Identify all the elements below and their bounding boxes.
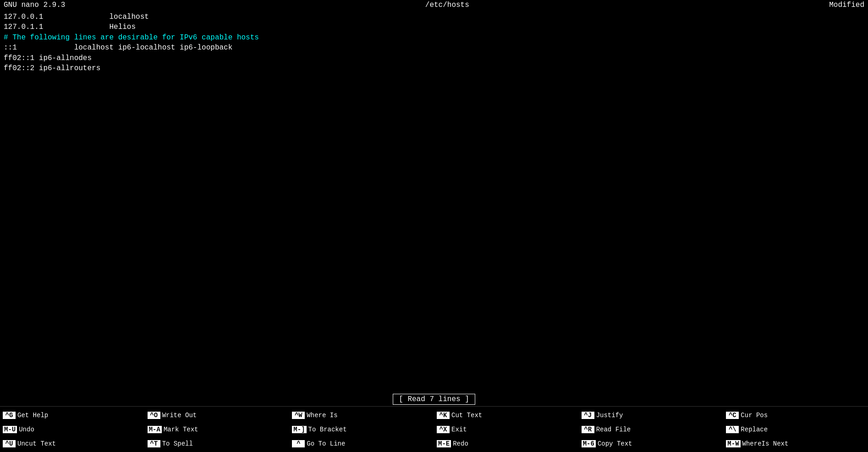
shortcut-key: ^R — [582, 426, 594, 433]
shortcut-key: ^K — [437, 412, 450, 419]
shortcut-item[interactable]: ^WWhere Is — [289, 408, 434, 422]
shortcut-item[interactable]: ^\Replace — [723, 423, 868, 436]
shortcut-key: M-W — [726, 440, 740, 447]
shortcut-item[interactable]: M-]To Bracket — [289, 423, 434, 436]
shortcut-key: M-E — [437, 440, 451, 447]
shortcut-item[interactable]: M-WWhereIs Next — [723, 437, 868, 450]
shortcut-key: ^O — [148, 412, 160, 419]
shortcut-item[interactable]: M-6Copy Text — [579, 437, 724, 450]
shortcut-item[interactable]: M-ERedo — [434, 437, 579, 450]
shortcut-label: Get Help — [17, 412, 48, 419]
editor-area[interactable]: 127.0.0.1 localhost127.0.1.1 Helios# The… — [0, 10, 868, 392]
shortcut-item[interactable]: ^UUncut Text — [0, 437, 145, 450]
shortcut-label: Redo — [453, 440, 468, 447]
shortcut-key: M-6 — [582, 440, 596, 447]
shortcut-item[interactable]: ^XExit — [434, 423, 579, 436]
shortcut-item[interactable]: M-AMark Text — [145, 423, 290, 436]
shortcut-key: M-A — [148, 426, 162, 433]
editor-line: ::1 localhost ip6-localhost ip6-loopback — [4, 43, 864, 53]
shortcut-label: Where Is — [307, 412, 337, 419]
shortcut-key: ^ — [292, 440, 305, 447]
shortcut-key: ^G — [3, 412, 16, 419]
shortcut-label: Replace — [741, 426, 768, 433]
shortcut-key: ^\ — [726, 426, 739, 433]
editor-line: 127.0.0.1 localhost — [4, 12, 864, 22]
modified-status: Modified — [829, 1, 864, 9]
shortcut-item[interactable]: ^OWrite Out — [145, 408, 290, 422]
shortcut-bar: ^GGet Help^OWrite Out^WWhere Is^KCut Tex… — [0, 406, 868, 452]
title-bar: GNU nano 2.9.3 /etc/hosts Modified — [0, 0, 868, 10]
shortcut-item[interactable]: ^JJustify — [579, 408, 724, 422]
shortcut-label: Justify — [596, 412, 623, 419]
shortcut-label: Undo — [19, 426, 34, 433]
shortcut-item[interactable]: M-UUndo — [0, 423, 145, 436]
shortcut-key: ^T — [148, 440, 160, 447]
shortcut-label: Go To Line — [307, 440, 345, 447]
editor-lines: 127.0.0.1 localhost127.0.1.1 Helios# The… — [4, 12, 864, 73]
shortcut-label: Write Out — [162, 412, 197, 419]
filename: /etc/hosts — [425, 1, 469, 9]
shortcut-label: Exit — [451, 426, 467, 433]
shortcut-item[interactable]: ^CCur Pos — [723, 408, 868, 422]
shortcut-key: M-] — [292, 426, 306, 433]
status-message: [ Read 7 lines ] — [393, 394, 475, 405]
shortcut-label: Uncut Text — [17, 440, 56, 447]
shortcut-label: Cut Text — [451, 412, 482, 419]
editor-line: ff02::2 ip6-allrouters — [4, 63, 864, 73]
app-name: GNU nano 2.9.3 — [4, 1, 65, 9]
shortcut-key: ^W — [292, 412, 305, 419]
shortcut-label: To Spell — [162, 440, 193, 447]
shortcut-key: ^X — [437, 426, 450, 433]
shortcut-key: M-U — [3, 426, 17, 433]
shortcut-label: Mark Text — [164, 426, 198, 433]
shortcut-item[interactable]: ^Go To Line — [289, 437, 434, 450]
shortcut-label: To Bracket — [308, 426, 347, 433]
shortcut-key: ^J — [582, 412, 594, 419]
shortcut-key: ^U — [3, 440, 16, 447]
editor-line: ff02::1 ip6-allnodes — [4, 53, 864, 63]
shortcut-key: ^C — [726, 412, 739, 419]
editor-line: 127.0.1.1 Helios — [4, 22, 864, 32]
shortcut-item[interactable]: ^RRead File — [579, 423, 724, 436]
shortcut-label: WhereIs Next — [742, 440, 789, 447]
shortcut-label: Read File — [596, 426, 631, 433]
shortcut-label: Copy Text — [598, 440, 632, 447]
shortcut-label: Cur Pos — [741, 412, 768, 419]
shortcut-item[interactable]: ^TTo Spell — [145, 437, 290, 450]
status-bar: [ Read 7 lines ] — [0, 392, 868, 406]
shortcut-item[interactable]: ^GGet Help — [0, 408, 145, 422]
shortcut-item[interactable]: ^KCut Text — [434, 408, 579, 422]
editor-line: # The following lines are desirable for … — [4, 33, 864, 43]
